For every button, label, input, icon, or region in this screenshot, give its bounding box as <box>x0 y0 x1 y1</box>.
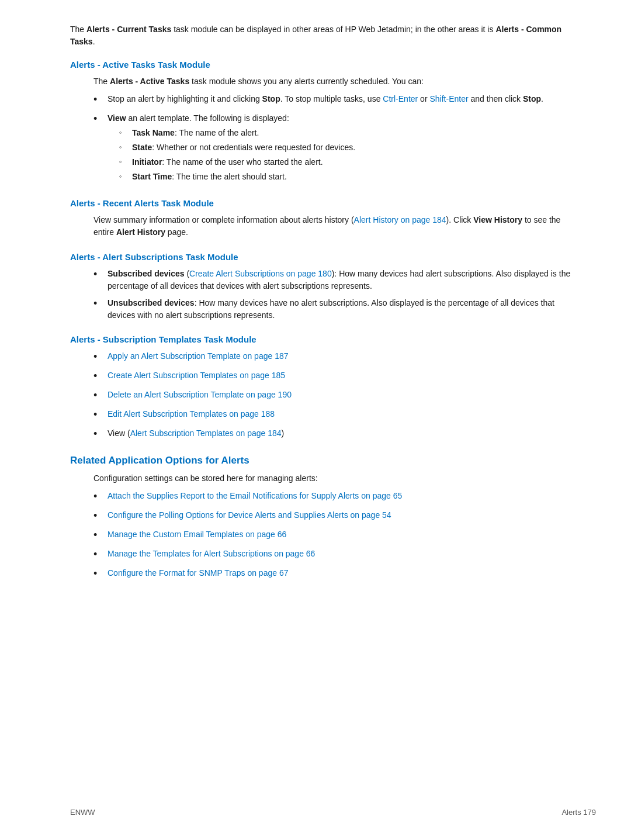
link-create-subscriptions[interactable]: Create Alert Subscriptions on page 180 <box>189 269 332 278</box>
link-create-templates[interactable]: Create Alert Subscription Templates on p… <box>108 371 285 380</box>
link-configure-polling[interactable]: Configure the Polling Options for Device… <box>108 510 391 520</box>
bullet-dot-r4: • <box>93 547 104 562</box>
bullet-delete-template: • Delete an Alert Subscription Template … <box>93 389 573 403</box>
link-configure-polling-container: Configure the Polling Options for Device… <box>108 509 573 521</box>
section-recent-alerts: Alerts - Recent Alerts Task Module View … <box>70 198 573 239</box>
link-ctrl-enter[interactable]: Ctrl-Enter <box>383 94 418 103</box>
sub-text-initiator: Initiator: The name of the user who star… <box>132 156 573 168</box>
bullet-edit-templates: • Edit Alert Subscription Templates on p… <box>93 408 573 423</box>
bullet-stop: • Stop an alert by highlighting it and c… <box>93 93 573 108</box>
sub-bullet-state: ◦ State: Whether or not credentials were… <box>108 141 573 154</box>
bullet-dot-r5: • <box>93 566 104 582</box>
bullet-unsubscribed: • Unsubscribed devices: How many devices… <box>93 297 573 322</box>
bullet-dot-t1: • <box>93 349 104 365</box>
bullet-manage-templates: • Manage the Templates for Alert Subscri… <box>93 548 573 562</box>
link-attach-supplies-container: Attach the Supplies Report to the Email … <box>108 490 573 502</box>
sub-text-state: State: Whether or not credentials were r… <box>132 141 573 154</box>
bullet-create-templates: • Create Alert Subscription Templates on… <box>93 369 573 384</box>
heading-subscription-templates: Alerts - Subscription Templates Task Mod… <box>70 334 573 344</box>
bullet-dot-t5: • <box>93 426 104 442</box>
page-footer: ENWW Alerts 179 <box>0 808 631 817</box>
bullet-view-templates: • View (Alert Subscription Templates on … <box>93 427 573 442</box>
link-attach-supplies[interactable]: Attach the Supplies Report to the Email … <box>108 491 402 500</box>
bullet-dot-r1: • <box>93 489 104 504</box>
footer-left: ENWW <box>70 808 95 817</box>
link-apply-template-container: Apply an Alert Subscription Template on … <box>108 350 573 362</box>
sub-dot-4: ◦ <box>119 171 129 182</box>
link-view-templates[interactable]: Alert Subscription Templates on page 184 <box>130 428 282 438</box>
sub-bullet-starttime: ◦ Start Time: The time the alert should … <box>108 171 573 183</box>
bullet-dot-2: • <box>93 111 104 127</box>
active-tasks-intro: The Alerts - Active Tasks task module sh… <box>93 75 573 88</box>
link-manage-email-templates-container: Manage the Custom Email Templates on pag… <box>108 528 573 541</box>
sub-text-taskname: Task Name: The name of the alert. <box>132 127 573 139</box>
bullet-subscribed-text: Subscribed devices (Create Alert Subscri… <box>108 268 573 292</box>
bullet-view-text: View an alert template. The following is… <box>108 112 573 185</box>
bullet-configure-snmp: • Configure the Format for SNMP Traps on… <box>93 567 573 582</box>
bullet-attach-supplies: • Attach the Supplies Report to the Emai… <box>93 490 573 504</box>
bullet-view: • View an alert template. The following … <box>93 112 573 185</box>
bullet-dot-r3: • <box>93 527 104 543</box>
heading-active-tasks: Alerts - Active Tasks Task Module <box>70 60 573 70</box>
bullet-stop-text: Stop an alert by highlighting it and cli… <box>108 93 573 105</box>
subscriptions-bullet-list: • Subscribed devices (Create Alert Subsc… <box>93 268 573 322</box>
link-apply-template[interactable]: Apply an Alert Subscription Template on … <box>108 351 289 361</box>
sub-dot-2: ◦ <box>119 141 129 153</box>
bullet-dot-t2: • <box>93 368 104 384</box>
link-delete-template[interactable]: Delete an Alert Subscription Template on… <box>108 390 292 399</box>
related-options-list: • Attach the Supplies Report to the Emai… <box>93 490 573 582</box>
intro-bold1: Alerts - Current Tasks <box>86 25 171 34</box>
intro-paragraph: The Alerts - Current Tasks task module c… <box>70 23 573 48</box>
recent-alerts-content: View summary information or complete inf… <box>93 214 573 239</box>
sub-bullet-taskname: ◦ Task Name: The name of the alert. <box>108 127 573 139</box>
active-tasks-bullet-list: • Stop an alert by highlighting it and c… <box>93 93 573 185</box>
section-alert-subscriptions: Alerts - Alert Subscriptions Task Module… <box>70 252 573 322</box>
link-configure-snmp-container: Configure the Format for SNMP Traps on p… <box>108 567 573 579</box>
link-manage-templates-container: Manage the Templates for Alert Subscript… <box>108 548 573 560</box>
bullet-dot-1: • <box>93 92 104 108</box>
bullet-dot-t4: • <box>93 407 104 423</box>
heading-alert-subscriptions: Alerts - Alert Subscriptions Task Module <box>70 252 573 262</box>
link-shift-enter[interactable]: Shift-Enter <box>429 94 468 103</box>
sub-dot-3: ◦ <box>119 156 129 168</box>
heading-related-options: Related Application Options for Alerts <box>70 455 573 466</box>
bullet-dot-sub2: • <box>93 296 104 312</box>
bullet-subscribed: • Subscribed devices (Create Alert Subsc… <box>93 268 573 292</box>
link-configure-snmp[interactable]: Configure the Format for SNMP Traps on p… <box>108 568 288 578</box>
active-tasks-bold: Alerts - Active Tasks <box>110 77 189 86</box>
link-delete-template-container: Delete an Alert Subscription Template on… <box>108 389 573 401</box>
bullet-dot-t3: • <box>93 388 104 403</box>
bullet-apply-template: • Apply an Alert Subscription Template o… <box>93 350 573 365</box>
link-create-templates-container: Create Alert Subscription Templates on p… <box>108 369 573 382</box>
bullet-configure-polling: • Configure the Polling Options for Devi… <box>93 509 573 524</box>
link-edit-templates-container: Edit Alert Subscription Templates on pag… <box>108 408 573 420</box>
sub-dot-1: ◦ <box>119 127 129 139</box>
sub-bullet-initiator: ◦ Initiator: The name of the user who st… <box>108 156 573 168</box>
link-alert-history[interactable]: Alert History on page 184 <box>354 215 446 224</box>
link-manage-email-templates[interactable]: Manage the Custom Email Templates on pag… <box>108 530 286 539</box>
sub-text-starttime: Start Time: The time the alert should st… <box>132 171 573 183</box>
section-subscription-templates: Alerts - Subscription Templates Task Mod… <box>70 334 573 442</box>
templates-bullet-list: • Apply an Alert Subscription Template o… <box>93 350 573 442</box>
bullet-manage-email-templates: • Manage the Custom Email Templates on p… <box>93 528 573 543</box>
bullet-dot-r2: • <box>93 508 104 524</box>
view-templates-text: View (Alert Subscription Templates on pa… <box>108 427 573 440</box>
bullet-dot-sub1: • <box>93 267 104 282</box>
section-related-options: Related Application Options for Alerts C… <box>70 455 573 582</box>
link-manage-templates[interactable]: Manage the Templates for Alert Subscript… <box>108 549 315 558</box>
sub-bullet-list: ◦ Task Name: The name of the alert. ◦ St… <box>108 127 573 183</box>
related-options-intro: Configuration settings can be stored her… <box>93 472 573 485</box>
section-active-tasks: Alerts - Active Tasks Task Module The Al… <box>70 60 573 185</box>
heading-recent-alerts: Alerts - Recent Alerts Task Module <box>70 198 573 208</box>
bullet-unsubscribed-text: Unsubscribed devices: How many devices h… <box>108 297 573 322</box>
footer-right: Alerts 179 <box>561 808 596 817</box>
link-edit-templates[interactable]: Edit Alert Subscription Templates on pag… <box>108 409 275 419</box>
